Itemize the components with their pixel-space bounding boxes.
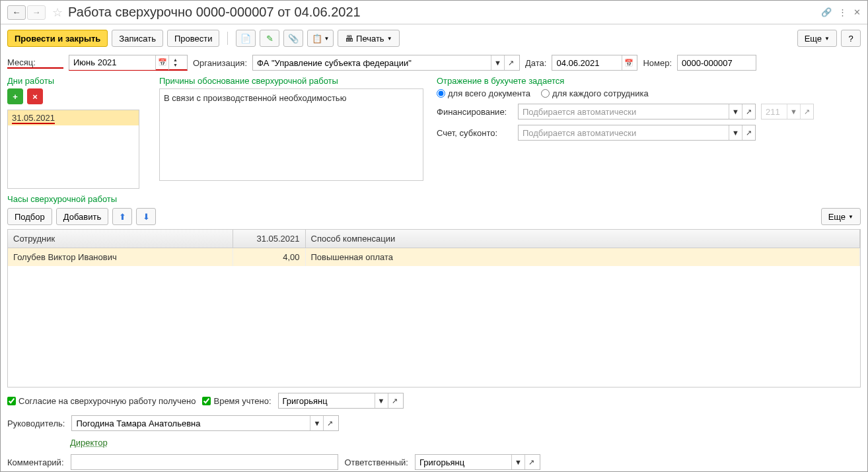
date-input-combo[interactable]: 📅 [552,55,637,71]
financing-open-icon[interactable]: ↗ [742,104,755,119]
account-input[interactable] [519,125,729,140]
delete-day-button[interactable]: × [27,88,43,104]
account-code-dropdown[interactable]: ▼ [787,104,800,119]
number-input-combo[interactable] [677,55,756,71]
col-date[interactable]: 31.05.2021 [233,230,305,248]
favorite-icon[interactable]: ☆ [52,5,63,20]
number-label: Номер: [643,58,672,68]
position-link[interactable]: Директор [70,438,108,448]
account-code-combo[interactable]: ▼ ↗ [761,104,814,119]
comment-label: Комментарий: [7,457,64,467]
financing-dropdown-icon[interactable]: ▼ [729,104,742,119]
document-icon-button[interactable]: 📄 [236,30,256,47]
nav-back-button[interactable]: ← [7,5,26,20]
days-title: Дни работы [7,76,146,86]
hours-more-button[interactable]: Еще▼ [821,208,861,225]
kebab-icon[interactable]: ⋮ [838,7,847,17]
table-row[interactable]: Голубев Виктор Иванович 4,00 Повышенная … [8,248,860,267]
responsible-open[interactable]: ↗ [524,455,538,469]
table-header-row: Сотрудник 31.05.2021 Способ компенсации [8,230,860,248]
document-icon: 📄 [240,34,251,44]
day-item[interactable]: 31.05.2021 [8,110,139,125]
reasons-textarea[interactable]: В связи с производственной необходимость… [159,88,423,181]
date-label: Дата: [525,58,546,68]
time-logged-open[interactable]: ↗ [388,393,401,408]
cell-compensation[interactable]: Повышенная оплата [305,248,860,267]
month-spinner[interactable]: ▲▼ [168,55,182,70]
date-input[interactable] [552,55,622,70]
help-button[interactable]: ? [841,30,861,47]
days-list[interactable]: 31.05.2021 [7,110,139,189]
pencil-icon: ✎ [266,34,273,44]
financing-input[interactable] [519,104,729,119]
account-code-open[interactable]: ↗ [800,104,813,119]
number-input[interactable] [678,55,754,70]
account-label: Счет, субконто: [437,128,513,138]
col-compensation[interactable]: Способ компенсации [305,230,860,248]
move-down-button[interactable]: ⬇ [136,208,156,225]
responsible-label: Ответственный: [345,457,408,467]
consent-checkbox[interactable]: Согласие на сверхурочную работу получено [7,396,196,406]
financing-input-combo[interactable]: ▼ ↗ [518,104,756,119]
more-button[interactable]: Еще▼ [797,30,837,47]
edit-icon-button[interactable]: ✎ [260,30,279,47]
hours-table[interactable]: Сотрудник 31.05.2021 Способ компенсации … [7,229,861,388]
month-input[interactable] [69,55,155,70]
move-up-button[interactable]: ⬆ [112,208,132,225]
manager-input[interactable] [72,416,310,430]
link-icon[interactable]: 🔗 [821,7,832,17]
radio-each-employee[interactable]: для каждого сотрудника [541,88,649,98]
org-open-icon[interactable]: ↗ [504,55,517,70]
cell-employee[interactable]: Голубев Виктор Иванович [8,248,233,267]
nav-forward-button[interactable]: → [27,5,46,20]
month-label: Месяц: [7,57,63,69]
close-icon[interactable]: ✕ [853,7,861,17]
separator [227,32,228,45]
financing-label: Финансирование: [437,107,513,117]
account-open-icon[interactable]: ↗ [742,125,755,140]
more-actions-button[interactable]: 📋▼ [307,30,334,47]
reasons-title: Причины обоснование сверхурочной работы [159,76,423,86]
org-input[interactable] [253,55,491,70]
add-day-button[interactable]: + [7,88,23,104]
radio-all-document[interactable]: для всего документа [437,88,530,98]
save-button[interactable]: Записать [112,30,163,47]
account-dropdown-icon[interactable]: ▼ [729,125,742,140]
post-button[interactable]: Провести [167,30,220,47]
account-code-input[interactable] [762,104,787,119]
org-input-combo[interactable]: ▼ ↗ [252,55,520,71]
paperclip-icon: 📎 [288,34,299,44]
time-logged-dropdown[interactable]: ▼ [375,393,388,408]
printer-icon: 🖶 [345,34,353,44]
manager-dropdown[interactable]: ▼ [310,416,323,430]
time-logged-input[interactable] [279,393,375,408]
time-logged-checkbox[interactable]: Время учтено: [202,396,271,406]
pick-button[interactable]: Подбор [7,208,52,225]
print-button[interactable]: 🖶 Печать▼ [338,30,399,47]
manager-combo[interactable]: ▼ ↗ [71,415,339,431]
page-title: Работа сверхурочно 0000-000007 от 04.06.… [68,5,361,20]
col-employee[interactable]: Сотрудник [8,230,233,248]
comment-combo[interactable] [71,454,338,470]
sheet-icon: 📋 [312,34,322,44]
arrow-down-icon: ⬇ [143,212,150,222]
month-input-combo[interactable]: 📅 ▲▼ [69,55,188,71]
post-and-close-button[interactable]: Провести и закрыть [7,30,108,47]
calendar-icon[interactable]: 📅 [155,55,168,70]
add-row-button[interactable]: Добавить [56,208,108,225]
cell-hours[interactable]: 4,00 [233,248,305,267]
comment-input[interactable] [71,455,336,469]
org-label: Организация: [193,58,247,68]
hours-title: Часы сверхурочной работы [7,194,117,204]
accounting-title: Отражение в бухучете задается [437,76,861,86]
time-logged-combo[interactable]: ▼ ↗ [278,393,404,409]
responsible-combo[interactable]: ▼ ↗ [415,454,540,470]
account-input-combo[interactable]: ▼ ↗ [518,125,756,141]
responsible-dropdown[interactable]: ▼ [511,455,524,469]
manager-open[interactable]: ↗ [323,416,336,430]
org-dropdown-icon[interactable]: ▼ [491,55,504,70]
responsible-input[interactable] [416,455,511,469]
attach-icon-button[interactable]: 📎 [283,30,303,47]
manager-label: Руководитель: [7,419,65,428]
date-calendar-icon[interactable]: 📅 [622,55,635,70]
